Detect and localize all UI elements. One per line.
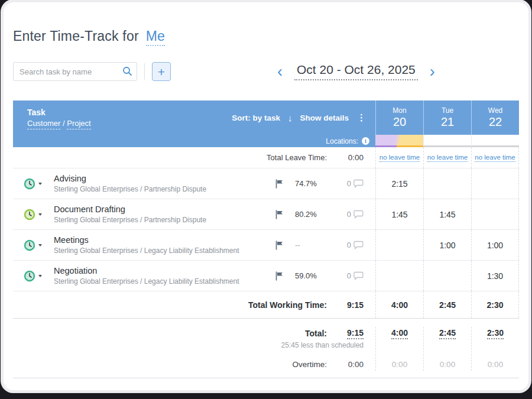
total-value[interactable]: 9:15 bbox=[347, 328, 364, 339]
task-percent: 59.0% bbox=[295, 271, 336, 280]
time-cell[interactable]: 1:30 bbox=[487, 271, 503, 281]
location-bar-tue[interactable] bbox=[423, 135, 471, 147]
comments-button[interactable]: 0 bbox=[336, 241, 364, 249]
flag-icon[interactable] bbox=[275, 241, 295, 250]
day-total[interactable]: 2:45 bbox=[439, 328, 456, 339]
day-summary-mon: 4:00 0:00 bbox=[375, 327, 423, 371]
chevron-down-icon bbox=[38, 213, 42, 216]
task-row: Document Drafting Sterling Global Enterp… bbox=[13, 199, 519, 230]
comment-count: 0 bbox=[347, 179, 351, 188]
header-controls: Sort: by task ↓ Show details ⋮ bbox=[232, 112, 367, 123]
table-header: Task Customer / Project Sort: by task ↓ … bbox=[13, 100, 519, 135]
task-customer-project: Sterling Global Enterprises / Legacy Lia… bbox=[54, 277, 275, 286]
next-week-icon[interactable]: › bbox=[427, 63, 437, 80]
task-name: Advising bbox=[54, 173, 275, 184]
day-header-wed[interactable]: Wed 22 bbox=[471, 100, 519, 135]
user-selector-link[interactable]: Me bbox=[146, 28, 165, 46]
task-column-header: Task Customer / Project bbox=[27, 107, 91, 129]
leave-time-row: Total Leave Time: 0:00 no leave time no … bbox=[13, 147, 519, 168]
total-label: Total: bbox=[305, 329, 327, 338]
day-name: Wed bbox=[488, 106, 502, 115]
sort-by-task-button[interactable]: Sort: by task bbox=[232, 113, 280, 122]
day-overtime: 0:00 bbox=[488, 358, 503, 371]
toolbar-divider bbox=[144, 63, 145, 80]
kebab-menu-icon[interactable]: ⋮ bbox=[355, 112, 367, 123]
show-details-button[interactable]: Show details bbox=[300, 113, 349, 122]
chevron-down-icon bbox=[38, 244, 42, 246]
add-task-button[interactable]: + bbox=[152, 62, 171, 81]
sort-direction-icon[interactable]: ↓ bbox=[286, 113, 294, 123]
task-search bbox=[13, 62, 137, 81]
task-row: Meetings Sterling Global Enterprises / L… bbox=[13, 230, 519, 261]
day-header-mon[interactable]: Mon 20 bbox=[375, 100, 423, 135]
day-date: 22 bbox=[489, 115, 502, 129]
day-date: 21 bbox=[441, 115, 454, 129]
time-cell[interactable]: 1:45 bbox=[439, 210, 455, 219]
scheduled-note: 25:45 less than scheduled bbox=[281, 340, 364, 351]
day-working-total: 4:00 bbox=[391, 300, 408, 310]
week-range-label[interactable]: Oct 20 - Oct 26, 2025 bbox=[294, 63, 418, 80]
no-leave-link-tue[interactable]: no leave time bbox=[427, 154, 468, 162]
day-name: Mon bbox=[392, 106, 406, 115]
comment-count: 0 bbox=[347, 271, 351, 280]
customer-project-separator: / bbox=[63, 119, 65, 128]
day-overtime: 0:00 bbox=[392, 358, 407, 371]
comments-button[interactable]: 0 bbox=[336, 179, 364, 188]
task-info: Document Drafting Sterling Global Enterp… bbox=[54, 204, 275, 225]
comments-button[interactable]: 0 bbox=[336, 271, 364, 280]
flag-icon[interactable] bbox=[275, 210, 295, 219]
location-bar-wed[interactable] bbox=[471, 135, 519, 147]
comment-icon bbox=[353, 179, 364, 188]
no-leave-link-mon[interactable]: no leave time bbox=[379, 154, 420, 162]
customer-sort-link[interactable]: Customer bbox=[27, 119, 60, 129]
day-date: 20 bbox=[393, 115, 406, 129]
search-icon[interactable] bbox=[122, 66, 132, 79]
timer-menu-button[interactable] bbox=[24, 178, 42, 190]
time-cell[interactable]: 1:45 bbox=[391, 210, 407, 219]
day-working-total: 2:45 bbox=[439, 300, 456, 310]
timer-menu-button[interactable] bbox=[24, 209, 42, 220]
chevron-down-icon bbox=[38, 275, 42, 277]
overtime-value: 0:00 bbox=[327, 360, 364, 369]
no-leave-link-wed[interactable]: no leave time bbox=[475, 154, 515, 162]
total-working-time-row: Total Working Time: 9:15 4:00 2:45 2:30 bbox=[13, 291, 519, 319]
leave-time-label: Total Leave Time: bbox=[267, 153, 327, 162]
day-total[interactable]: 2:30 bbox=[487, 328, 504, 339]
time-cell[interactable]: 2:15 bbox=[391, 179, 407, 189]
chevron-down-icon bbox=[38, 183, 42, 185]
timer-menu-button[interactable] bbox=[24, 239, 42, 251]
comment-icon bbox=[353, 271, 364, 280]
task-percent: -- bbox=[295, 241, 336, 249]
project-sort-link[interactable]: Project bbox=[67, 119, 90, 129]
comment-count: 0 bbox=[347, 241, 351, 249]
time-cell[interactable]: 1:00 bbox=[487, 241, 503, 250]
task-customer-project: Sterling Global Enterprises / Legacy Lia… bbox=[54, 246, 275, 255]
total-working-time-value: 9:15 bbox=[327, 300, 364, 310]
comments-button[interactable]: 0 bbox=[336, 210, 364, 219]
prev-week-icon[interactable]: ‹ bbox=[275, 63, 285, 80]
time-track-card: Enter Time-Track for Me + ‹ Oct 20 - Oct… bbox=[4, 2, 528, 390]
clock-icon bbox=[24, 178, 35, 190]
day-summary-tue: 2:45 0:00 bbox=[423, 327, 471, 371]
task-percent: 80.2% bbox=[295, 210, 336, 219]
total-working-time-label: Total Working Time: bbox=[248, 300, 327, 310]
flag-icon[interactable] bbox=[275, 179, 295, 189]
info-icon[interactable]: i bbox=[362, 137, 369, 145]
task-header-label: Task bbox=[27, 107, 91, 118]
search-input[interactable] bbox=[13, 62, 137, 81]
location-bar-mon[interactable] bbox=[375, 135, 423, 147]
comment-icon bbox=[353, 241, 364, 249]
task-row: Advising Sterling Global Enterprises / P… bbox=[13, 168, 519, 199]
week-navigator: ‹ Oct 20 - Oct 26, 2025 › bbox=[275, 61, 437, 82]
day-total[interactable]: 4:00 bbox=[391, 328, 408, 339]
clock-icon bbox=[24, 270, 35, 282]
timer-menu-button[interactable] bbox=[24, 270, 42, 282]
timesheet-table: Task Customer / Project Sort: by task ↓ … bbox=[13, 100, 519, 378]
task-info: Meetings Sterling Global Enterprises / L… bbox=[54, 235, 275, 255]
day-header-tue[interactable]: Tue 21 bbox=[423, 100, 471, 135]
page-header: Enter Time-Track for Me bbox=[4, 2, 528, 46]
day-overtime: 0:00 bbox=[440, 358, 455, 371]
flag-icon[interactable] bbox=[275, 271, 295, 281]
time-cell[interactable]: 1:00 bbox=[439, 241, 455, 250]
day-name: Tue bbox=[442, 106, 453, 115]
